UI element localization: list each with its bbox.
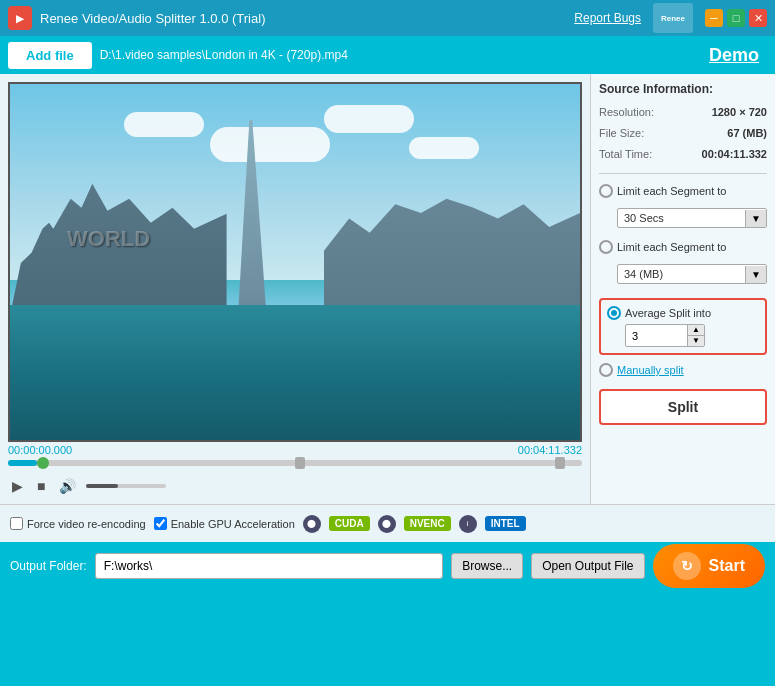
title-bar: ▶ Renee Video/Audio Splitter 1.0.0 (Tria… [0, 0, 775, 36]
increment-button[interactable]: ▲ [688, 325, 704, 336]
start-button[interactable]: ↻ Start [653, 544, 765, 588]
renee-logo: Renee [653, 3, 693, 33]
time-display: 00:00:00.000 00:04:11.332 [8, 442, 582, 458]
right-panel: Source Information: Resolution: 1280 × 7… [590, 74, 775, 504]
cloud-3 [324, 105, 414, 133]
intel-icon: i [459, 515, 477, 533]
avg-split-box: Average Split into ▲ ▼ [599, 298, 767, 355]
divider-1 [599, 173, 767, 174]
renee-logo-image: Renee [653, 3, 693, 33]
force-reencoding-checkbox[interactable] [10, 517, 23, 530]
limit-mb-radio[interactable] [599, 240, 613, 254]
avg-split-label: Average Split into [625, 307, 711, 319]
resolution-row: Resolution: 1280 × 720 [599, 106, 767, 118]
totaltime-label: Total Time: [599, 148, 652, 160]
split-button[interactable]: Split [599, 389, 767, 425]
force-reencoding-label[interactable]: Force video re-encoding [10, 517, 146, 530]
gpu-accel-text: Enable GPU Acceleration [171, 518, 295, 530]
water [10, 305, 580, 440]
limit-secs-arrow[interactable]: ▼ [745, 210, 766, 227]
output-folder-label: Output Folder: [10, 559, 87, 573]
watermark: WORLD [67, 226, 150, 252]
play-button[interactable]: ▶ [8, 476, 27, 496]
cloud-1 [124, 112, 204, 137]
seekbar-thumb-start[interactable] [37, 457, 49, 469]
minimize-button[interactable]: ─ [705, 9, 723, 27]
resolution-label: Resolution: [599, 106, 654, 118]
close-button[interactable]: ✕ [749, 9, 767, 27]
seekbar-thumb-end[interactable] [555, 457, 565, 469]
filesize-value: 67 (MB) [727, 127, 767, 139]
volume-fill [86, 484, 118, 488]
nvenc-chip: NVENC [404, 516, 451, 531]
manually-split-option[interactable]: Manually split [599, 363, 767, 377]
main-content: WORLD 00:00:00.000 00:04:11.332 ▶ ■ 🔊 [0, 74, 775, 504]
limit-mb-arrow[interactable]: ▼ [745, 266, 766, 283]
cuda-chip: CUDA [329, 516, 370, 531]
cloud-4 [409, 137, 479, 159]
nvenc-icon: ⬤ [378, 515, 396, 533]
filesize-row: File Size: 67 (MB) [599, 127, 767, 139]
output-bar: Output Folder: Browse... Open Output Fil… [0, 542, 775, 590]
avg-split-input-container[interactable]: ▲ ▼ [625, 324, 705, 347]
source-info-title: Source Information: [599, 82, 767, 96]
limit-secs-value: 30 Secs [618, 209, 745, 227]
browse-button[interactable]: Browse... [451, 553, 523, 579]
limit-secs-radio[interactable] [599, 184, 613, 198]
force-reencoding-text: Force video re-encoding [27, 518, 146, 530]
avg-split-radio[interactable] [607, 306, 621, 320]
number-arrows: ▲ ▼ [687, 325, 704, 346]
manually-split-label[interactable]: Manually split [617, 364, 684, 376]
bottom-controls-bar: Force video re-encoding Enable GPU Accel… [0, 504, 775, 542]
open-output-button[interactable]: Open Output File [531, 553, 644, 579]
time-total-display: 00:04:11.332 [518, 444, 582, 456]
video-container: WORLD [8, 82, 582, 442]
video-section: WORLD 00:00:00.000 00:04:11.332 ▶ ■ 🔊 [0, 74, 590, 504]
time-current: 00:00:00.000 [8, 444, 72, 456]
gpu-accel-label[interactable]: Enable GPU Acceleration [154, 517, 295, 530]
output-path-input[interactable] [95, 553, 443, 579]
resolution-value: 1280 × 720 [712, 106, 767, 118]
volume-icon[interactable]: 🔊 [55, 476, 80, 496]
limit-mb-value: 34 (MB) [618, 265, 745, 283]
stop-button[interactable]: ■ [33, 476, 49, 496]
demo-label: Demo [709, 45, 767, 66]
start-icon: ↻ [673, 552, 701, 580]
decrement-button[interactable]: ▼ [688, 336, 704, 346]
filesize-label: File Size: [599, 127, 644, 139]
seekbar-thumb-mid[interactable] [295, 457, 305, 469]
limit-mb-label: Limit each Segment to [617, 241, 726, 253]
totaltime-row: Total Time: 00:04:11.332 [599, 148, 767, 160]
cloud-2 [210, 127, 330, 162]
avg-split-option[interactable]: Average Split into [607, 306, 759, 320]
start-label: Start [709, 557, 745, 575]
limit-mb-option[interactable]: Limit each Segment to [599, 240, 767, 254]
controls-bar: ▶ ■ 🔊 [8, 472, 582, 500]
report-bugs-link[interactable]: Report Bugs [574, 11, 641, 25]
add-file-button[interactable]: Add file [8, 42, 92, 69]
limit-secs-label: Limit each Segment to [617, 185, 726, 197]
seekbar-container[interactable] [8, 458, 582, 472]
app-icon: ▶ [8, 6, 32, 30]
manually-split-radio[interactable] [599, 363, 613, 377]
title-bar-left: ▶ Renee Video/Audio Splitter 1.0.0 (Tria… [8, 6, 265, 30]
window-controls: ─ □ ✕ [705, 9, 767, 27]
video-placeholder: WORLD [10, 84, 580, 440]
limit-mb-dropdown[interactable]: 34 (MB) ▼ [617, 264, 767, 284]
cuda-icon: ⬤ [303, 515, 321, 533]
title-bar-right: Report Bugs Renee ─ □ ✕ [574, 3, 767, 33]
seekbar-track[interactable] [8, 460, 582, 466]
intel-chip: INTEL [485, 516, 526, 531]
maximize-button[interactable]: □ [727, 9, 745, 27]
totaltime-value: 00:04:11.332 [702, 148, 767, 160]
volume-slider[interactable] [86, 484, 166, 488]
seekbar-progress [8, 460, 37, 466]
avg-split-input[interactable] [626, 327, 687, 345]
gpu-accel-checkbox[interactable] [154, 517, 167, 530]
file-path: D:\1.video samples\London in 4K - (720p)… [100, 48, 348, 62]
app-title: Renee Video/Audio Splitter 1.0.0 (Trial) [40, 11, 265, 26]
limit-secs-option[interactable]: Limit each Segment to [599, 184, 767, 198]
limit-secs-dropdown[interactable]: 30 Secs ▼ [617, 208, 767, 228]
toolbar: Add file D:\1.video samples\London in 4K… [0, 36, 775, 74]
